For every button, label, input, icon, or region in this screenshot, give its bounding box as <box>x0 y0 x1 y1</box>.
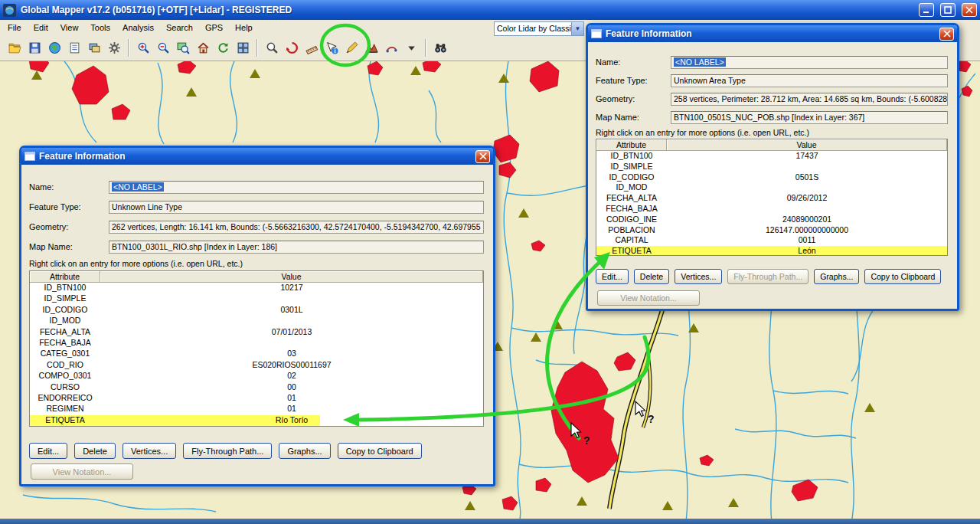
copy-to-clipboard-button[interactable]: Copy to Clipboard <box>864 269 941 284</box>
attribute-row-fecha_alta[interactable]: FECHA_ALTA09/26/2012 <box>596 193 947 204</box>
copy-to-clipboard-button[interactable]: Copy to Clipboard <box>338 443 422 459</box>
configure-button[interactable] <box>104 38 124 57</box>
view-notation-button[interactable]: View Notation... <box>31 463 133 480</box>
vertices-button[interactable]: Vertices... <box>675 269 722 284</box>
open-data-button[interactable] <box>64 38 84 57</box>
path-profile-button[interactable] <box>361 38 381 57</box>
digitizer-tool-button[interactable] <box>341 38 361 57</box>
attribute-row-fecha_baja[interactable]: FECHA_BAJA <box>596 204 947 215</box>
edit-button[interactable]: Edit... <box>29 443 67 459</box>
name-row: Name: <NO LABEL> <box>596 56 948 70</box>
zoom-in-button[interactable] <box>133 38 153 57</box>
world-view-button[interactable] <box>44 38 64 57</box>
attribute-name: POBLACION <box>596 225 667 236</box>
open-folder-button[interactable] <box>5 38 24 57</box>
geometry-field[interactable]: 262 vertices, Length: 16.141 km, Bounds:… <box>109 221 484 234</box>
tile-windows-button[interactable] <box>233 38 253 57</box>
hint-text: Right click on an entry for more options… <box>596 128 809 137</box>
minimize-button[interactable] <box>919 3 934 17</box>
lidar-color-combo[interactable]: Color Lidar by Classifica ▼ <box>494 21 584 36</box>
menu-help[interactable]: Help <box>229 21 259 34</box>
more-tools-button[interactable] <box>401 38 421 57</box>
chevron-down-icon[interactable]: ▼ <box>571 22 583 35</box>
name-field[interactable]: <NO LABEL> <box>671 56 948 69</box>
pan-tool-button[interactable] <box>282 38 302 57</box>
dialog-titlebar[interactable]: Feature Information <box>588 25 957 42</box>
attribute-row-cod_rio[interactable]: COD_RIOES020RIOS00011697 <box>30 360 483 371</box>
attribute-row-etiqueta[interactable]: ETIQUETARío Torío <box>30 415 483 426</box>
attribute-row-regimen[interactable]: REGIMEN01 <box>30 404 483 414</box>
path-profile-icon <box>365 41 378 54</box>
delete-button[interactable]: Delete <box>634 269 669 284</box>
menu-edit[interactable]: Edit <box>28 21 54 34</box>
attribute-column-header[interactable]: Attribute <box>30 271 100 283</box>
feature-type-field[interactable]: Unknown Area Type <box>671 74 948 87</box>
attribute-value: 09/26/2012 <box>667 193 947 204</box>
toolbar-separator <box>425 39 426 57</box>
feature-type-field[interactable]: Unknown Line Type <box>109 201 484 214</box>
geometry-field[interactable]: 258 vertices, Perimeter: 28.712 km, Area… <box>671 93 948 106</box>
attribute-value <box>100 338 483 349</box>
zoom-tool-button[interactable] <box>262 38 282 57</box>
attribute-row-id_mod[interactable]: ID_MOD <box>596 182 947 193</box>
attribute-name: ID_MOD <box>30 316 100 326</box>
fly-through-path-button[interactable]: Fly-Through Path... <box>183 443 272 459</box>
measure-tool-icon <box>305 41 318 54</box>
full-extent-button[interactable] <box>173 38 193 57</box>
menu-tools[interactable]: Tools <box>84 21 116 34</box>
attribute-row-curso[interactable]: CURSO00 <box>30 382 483 393</box>
attribute-column-header[interactable]: Attribute <box>596 139 667 151</box>
graphs-button[interactable]: Graphs... <box>814 269 859 284</box>
attribute-row-endorreico[interactable]: ENDORREICO01 <box>30 393 483 404</box>
maximize-button[interactable] <box>940 3 956 17</box>
delete-button[interactable]: Delete <box>74 443 116 459</box>
menu-gps[interactable]: GPS <box>199 21 229 34</box>
zoom-home-button[interactable] <box>193 38 213 57</box>
edit-button[interactable]: Edit... <box>596 269 629 284</box>
name-field[interactable]: <NO LABEL> <box>109 181 484 194</box>
attribute-row-categ_0301[interactable]: CATEG_030103 <box>30 349 483 359</box>
refresh-button[interactable] <box>213 38 233 57</box>
title-bar[interactable]: Global Mapper v17.2 (b051716) [+OTF] [+L… <box>0 0 980 20</box>
attribute-row-id_codigo[interactable]: ID_CODIGO0301L <box>30 305 483 316</box>
feature-info-tool-button[interactable] <box>322 38 341 57</box>
dialog-titlebar[interactable]: Feature Information <box>21 148 493 165</box>
map-name-field[interactable]: BTN100_0301L_RIO.shp [Index in Layer: 18… <box>109 241 484 254</box>
menu-file[interactable]: File <box>2 21 28 34</box>
attribute-row-codigo_ine[interactable]: CODIGO_INE24089000201 <box>596 215 947 225</box>
overlay-control-button[interactable] <box>84 38 104 57</box>
attribute-row-id_simple[interactable]: ID_SIMPLE <box>596 162 947 172</box>
attribute-row-fecha_alta[interactable]: FECHA_ALTA07/01/2013 <box>30 327 483 338</box>
dialog-close-button[interactable] <box>939 28 954 41</box>
menu-search[interactable]: Search <box>160 21 199 34</box>
menu-analysis[interactable]: Analysis <box>116 21 160 34</box>
vertices-button[interactable]: Vertices... <box>122 443 176 459</box>
draw-tool-button[interactable] <box>381 38 401 57</box>
attribute-row-id_btn100[interactable]: ID_BTN10017437 <box>596 151 947 162</box>
graphs-button[interactable]: Graphs... <box>279 443 330 459</box>
attribute-row-fecha_baja[interactable]: FECHA_BAJA <box>30 338 483 349</box>
close-button[interactable] <box>962 3 977 17</box>
attribute-row-etiqueta[interactable]: ETIQUETALeón <box>596 246 947 256</box>
menu-view[interactable]: View <box>54 21 85 34</box>
map-name-field[interactable]: BTN100_0501S_NUC_POB.shp [Index in Layer… <box>671 111 948 124</box>
attribute-row-id_mod[interactable]: ID_MOD <box>30 316 483 326</box>
view-notation-button[interactable]: View Notation... <box>597 290 700 306</box>
measure-tool-button[interactable] <box>302 38 322 57</box>
attribute-row-compo_0301[interactable]: COMPO_030102 <box>30 371 483 382</box>
attribute-value: 01 <box>100 393 483 404</box>
attribute-row-id_simple[interactable]: ID_SIMPLE <box>30 293 483 304</box>
value-column-header[interactable]: Value <box>667 139 947 151</box>
attribute-row-id_codigo[interactable]: ID_CODIGO0501S <box>596 172 947 183</box>
fly-through-path-button[interactable]: Fly-Through Path... <box>727 269 808 284</box>
attribute-row-poblacion[interactable]: POBLACION126147.000000000000 <box>596 225 947 236</box>
dialog-close-button[interactable] <box>475 150 490 163</box>
save-button[interactable] <box>24 38 44 57</box>
search-button[interactable] <box>430 38 450 57</box>
attribute-name: FECHA_BAJA <box>596 204 667 215</box>
value-column-header[interactable]: Value <box>100 271 483 283</box>
attribute-rows: ID_BTN10017437ID_SIMPLEID_CODIGO0501SID_… <box>596 151 947 256</box>
attribute-row-id_btn100[interactable]: ID_BTN10010217 <box>30 283 483 293</box>
attribute-row-capital[interactable]: CAPITAL0011 <box>596 235 947 246</box>
zoom-out-button[interactable] <box>153 38 173 57</box>
